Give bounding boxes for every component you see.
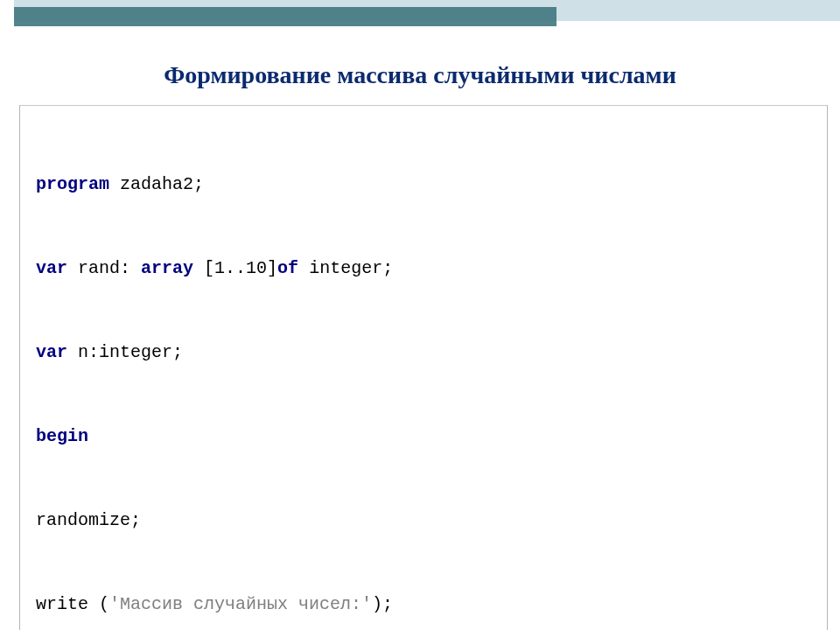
code-area[interactable]: program zadaha2; var rand: array [1..10]… (20, 106, 827, 630)
string-literal: 'Массив случайных чисел:' (109, 594, 372, 614)
code-line: write ('Массив случайных чисел:'); (36, 591, 811, 619)
type-integer: integer (309, 258, 382, 278)
code-line: var n:integer; (36, 339, 811, 367)
page-title: Формирование массива случайными числами (0, 61, 840, 89)
code-line: begin (36, 423, 811, 451)
code-line: randomize; (36, 507, 811, 535)
code-editor-panel: program zadaha2; var rand: array [1..10]… (19, 105, 828, 630)
keyword-var: var (36, 342, 67, 362)
identifier: write (36, 594, 88, 614)
header-band-dark (14, 7, 556, 26)
identifier: rand (78, 258, 120, 278)
identifier: zadaha2 (120, 174, 193, 194)
code-line: var rand: array [1..10]of integer; (36, 255, 811, 283)
type-integer: integer (99, 342, 172, 362)
keyword-array: array (141, 258, 193, 278)
keyword-var: var (36, 258, 67, 278)
keyword-of: of (277, 258, 298, 278)
keyword-program: program (36, 174, 109, 194)
identifier: n (78, 342, 88, 362)
code-line: program zadaha2; (36, 171, 811, 199)
decorative-header-bands (0, 0, 840, 37)
identifier: randomize (36, 510, 130, 530)
array-range: [1..10] (204, 258, 277, 278)
keyword-begin: begin (36, 426, 88, 446)
